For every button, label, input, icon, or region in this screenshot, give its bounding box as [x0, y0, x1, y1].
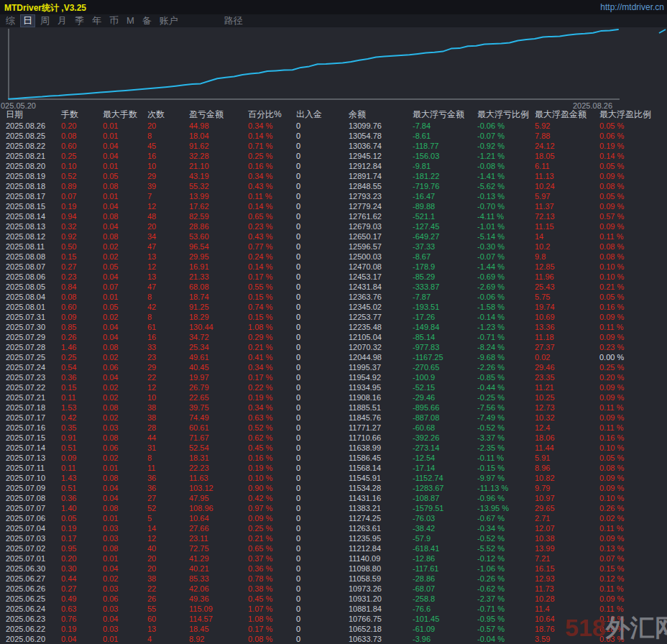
- table-cell: 0.11 %: [599, 322, 667, 332]
- table-cell: 0.05 %: [599, 292, 667, 302]
- menu-item-week[interactable]: 周: [38, 15, 52, 27]
- table-row[interactable]: 2025.08.120.920.083453.600.43 %012650.17…: [6, 231, 667, 242]
- table-cell: 1.08 %: [248, 322, 296, 332]
- table-row[interactable]: 2025.07.160.350.032860.610.52 %011771.27…: [6, 423, 667, 433]
- table-cell: 0.34 %: [248, 171, 296, 181]
- table-row[interactable]: 2025.07.030.170.031223.110.21 %011235.95…: [6, 533, 667, 543]
- table-row[interactable]: 2025.08.060.230.041321.330.17 %012453.17…: [6, 272, 667, 282]
- table-row[interactable]: 2025.07.071.400.0852108.960.97 %011383.2…: [6, 503, 667, 513]
- table-cell: 108.96: [189, 503, 248, 513]
- table-row[interactable]: 2025.07.290.260.041634.720.29 %012105.04…: [6, 332, 667, 342]
- column-header[interactable]: 手数: [61, 109, 103, 121]
- column-header[interactable]: 次数: [147, 109, 189, 121]
- table-row[interactable]: 2025.08.180.890.083955.320.43 %012848.55…: [6, 181, 667, 191]
- table-row[interactable]: 2025.06.300.300.042040.210.36 %011098.80…: [6, 564, 667, 574]
- table-row[interactable]: 2025.07.090.510.0436103.120.90 %011534.2…: [6, 483, 667, 493]
- table-row[interactable]: 2025.07.020.950.084072.750.65 %011212.84…: [6, 543, 667, 553]
- table-row[interactable]: 2025.08.190.520.052943.190.34 %012891.74…: [6, 171, 667, 181]
- table-cell: 0.08: [103, 433, 147, 443]
- table-row[interactable]: 2025.08.140.940.084882.590.65 %012761.62…: [6, 211, 667, 221]
- table-row[interactable]: 2025.06.260.270.032242.060.38 %010973.26…: [6, 584, 667, 594]
- table-row[interactable]: 2025.07.230.360.042219.970.17 %011954.92…: [6, 372, 667, 382]
- table-row[interactable]: 2025.08.210.250.041632.280.25 %012945.12…: [6, 151, 667, 161]
- table-row[interactable]: 2025.08.170.070.01713.990.11 %012793.23-…: [6, 191, 667, 201]
- table-cell: 0.23 %: [248, 221, 296, 231]
- table-row[interactable]: 2025.07.170.420.023874.490.63 %011845.76…: [6, 413, 667, 423]
- table-cell: 0.04: [103, 322, 147, 332]
- table-row[interactable]: 2025.08.080.150.021329.950.24 %012500.03…: [6, 252, 667, 262]
- table-row[interactable]: 2025.08.040.080.01818.740.15 %012363.76-…: [6, 292, 667, 302]
- table-cell: -2.37 %: [477, 594, 535, 604]
- table-row[interactable]: 2025.07.040.190.031427.660.25 %011263.61…: [6, 523, 667, 533]
- menu-item-day[interactable]: 日: [21, 15, 34, 27]
- table-row[interactable]: 2025.07.150.910.084471.670.62 %011710.66…: [6, 433, 667, 443]
- table-row[interactable]: 2025.08.200.100.011021.100.16 %012912.84…: [6, 161, 667, 171]
- column-header[interactable]: 最大浮盈金额: [535, 109, 599, 121]
- table-cell: 2025.06.27: [6, 574, 61, 584]
- table-row[interactable]: 2025.07.130.090.02818.310.16 %011586.45-…: [6, 453, 667, 463]
- menu-item-year[interactable]: 年: [90, 15, 104, 27]
- table-row[interactable]: 2025.07.181.530.083839.750.34 %011885.51…: [6, 402, 667, 413]
- table-row[interactable]: 2025.07.101.430.083611.630.10 %011545.91…: [6, 473, 667, 483]
- equity-curve-chart[interactable]: 025.05.20 2025.08.26: [0, 27, 667, 109]
- menu-item-quarter[interactable]: 季: [73, 15, 86, 27]
- table-cell: -0.06 %: [477, 121, 535, 131]
- table-row[interactable]: 2025.07.140.510.063152.540.45 %011638.99…: [6, 443, 667, 453]
- column-header[interactable]: 百分比%: [248, 109, 296, 121]
- menu-item-path[interactable]: 路径: [222, 15, 245, 27]
- table-cell: 0.06: [103, 443, 147, 453]
- column-header[interactable]: 盈亏金额: [189, 109, 248, 121]
- table-row[interactable]: 2025.07.300.850.0461130.441.08 %012235.4…: [6, 322, 667, 332]
- table-row[interactable]: 2025.08.260.200.012044.980.34 %013099.76…: [6, 121, 667, 131]
- menu-item-account[interactable]: 账户: [157, 15, 180, 27]
- table-row[interactable]: 2025.06.240.630.0355115.091.07 %010881.8…: [6, 604, 667, 614]
- table-row[interactable]: 2025.07.250.250.022349.610.41 %012044.98…: [6, 352, 667, 362]
- column-header[interactable]: 出入金: [296, 109, 349, 121]
- table-row[interactable]: 2025.07.110.110.011122.230.19 %011568.14…: [6, 463, 667, 473]
- table-row[interactable]: 2025.07.010.200.012041.290.37 %011140.09…: [6, 553, 667, 564]
- table-row[interactable]: 2025.06.230.760.0460114.571.08 %010766.7…: [6, 614, 667, 624]
- table-row[interactable]: 2025.08.220.600.044591.620.71 %013036.74…: [6, 141, 667, 151]
- table-cell: 29.46: [535, 362, 599, 372]
- table-cell: 12345.02: [349, 302, 413, 312]
- menu-item-backup[interactable]: 备: [140, 15, 154, 27]
- column-header[interactable]: 最大手数: [103, 109, 147, 121]
- column-header[interactable]: 余额: [349, 109, 413, 121]
- menu-item-currency[interactable]: 币: [107, 15, 121, 27]
- table-row[interactable]: 2025.08.050.840.074768.080.55 %012431.84…: [6, 282, 667, 292]
- app-url-link[interactable]: http://mtdriver.cn: [600, 2, 664, 12]
- table-row[interactable]: 2025.07.220.150.021226.790.22 %011934.95…: [6, 382, 667, 392]
- column-header[interactable]: 最大浮亏比例: [477, 109, 535, 121]
- table-row[interactable]: 2025.08.010.600.054291.250.74 %012345.02…: [6, 302, 667, 312]
- table-cell: 0.09 %: [599, 533, 667, 543]
- table-row[interactable]: 2025.07.210.110.021022.650.19 %011908.16…: [6, 392, 667, 402]
- table-row[interactable]: 2025.07.080.360.042747.950.42 %011431.16…: [6, 493, 667, 503]
- table-row[interactable]: 2025.06.220.190.031318.450.17 %010652.18…: [6, 624, 667, 634]
- table-row[interactable]: 2025.08.150.190.041217.620.14 %012779.24…: [6, 201, 667, 211]
- table-cell: 0.85: [61, 322, 103, 332]
- table-row[interactable]: 2025.08.130.320.042028.860.23 %012679.03…: [6, 221, 667, 231]
- menu-item-zong[interactable]: 综: [4, 15, 17, 27]
- column-header[interactable]: 日期: [6, 109, 61, 121]
- table-row[interactable]: 2025.07.240.540.062940.450.34 %011995.37…: [6, 362, 667, 372]
- table-cell: 0.26: [61, 332, 103, 342]
- table-cell: 11098.80: [349, 564, 413, 574]
- table-cell: -3.96: [413, 634, 477, 644]
- table-row[interactable]: 2025.06.250.490.062649.360.45 %010931.20…: [6, 594, 667, 604]
- column-header[interactable]: 最大浮盈比例: [599, 109, 667, 121]
- column-header[interactable]: 最大浮亏金额: [413, 109, 477, 121]
- table-row[interactable]: 2025.06.270.440.023885.330.78 %011058.59…: [6, 574, 667, 584]
- table-row[interactable]: 2025.08.070.270.051216.910.14 %012470.08…: [6, 262, 667, 272]
- table-cell: 55: [147, 604, 189, 614]
- table-row[interactable]: 2025.07.060.050.01510.640.09 %011274.25-…: [6, 513, 667, 523]
- table-row[interactable]: 2025.07.281.460.083325.340.21 %012070.32…: [6, 342, 667, 352]
- table-row[interactable]: 2025.07.310.090.02818.290.15 %012253.77-…: [6, 312, 667, 322]
- table-cell: 11383.21: [349, 503, 413, 513]
- table-cell: 29.95: [189, 252, 248, 262]
- menu-item-m[interactable]: M: [124, 15, 137, 27]
- table-cell: -13.95 %: [477, 503, 535, 513]
- menu-item-month[interactable]: 月: [55, 15, 69, 27]
- table-row[interactable]: 2025.06.200.040.0148.920.08 %010633.73-3…: [6, 634, 667, 644]
- table-row[interactable]: 2025.08.110.500.024796.540.77 %012596.57…: [6, 242, 667, 252]
- table-row[interactable]: 2025.08.250.080.01818.040.14 %013054.78-…: [6, 131, 667, 141]
